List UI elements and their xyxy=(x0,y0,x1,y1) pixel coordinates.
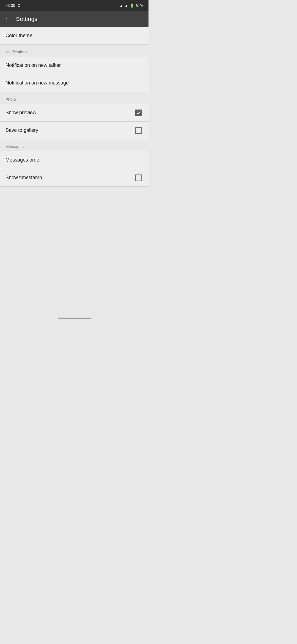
show-timestamp-checkbox-container xyxy=(134,173,143,182)
bottom-bar xyxy=(0,313,148,323)
show-preview-row[interactable]: Show preview xyxy=(0,104,148,122)
save-to-gallery-label: Save to gallery xyxy=(6,127,134,133)
save-to-gallery-row[interactable]: Save to gallery xyxy=(0,122,148,139)
save-to-gallery-checkbox-container xyxy=(134,126,143,135)
show-timestamp-row[interactable]: Show timestamp xyxy=(0,169,148,187)
wifi-icon: ▲ xyxy=(119,4,123,8)
photo-section-header: Photo xyxy=(0,92,148,104)
status-left: 03:00 ⚙ xyxy=(6,3,21,8)
battery-icon: 🔋 xyxy=(130,4,134,8)
status-right: ▲ ▲ 🔋 81% xyxy=(119,4,143,8)
messages-order-label: Messages order xyxy=(6,157,143,163)
notification-new-message-label: Notification on new message xyxy=(6,80,143,86)
show-preview-label: Show preview xyxy=(6,110,134,116)
messages-order-row[interactable]: Messages order xyxy=(0,151,148,169)
settings-status-icon: ⚙ xyxy=(17,3,21,8)
status-bar: 03:00 ⚙ ▲ ▲ 🔋 81% xyxy=(0,0,148,11)
save-to-gallery-checkbox[interactable] xyxy=(135,127,142,134)
notifications-section-header: Notifications xyxy=(0,45,148,57)
notification-new-talker-row[interactable]: Notification on new talker xyxy=(0,57,148,74)
notification-new-talker-label: Notification on new talker xyxy=(6,62,143,68)
time-display: 03:00 xyxy=(6,3,15,8)
messages-section-header: Messages xyxy=(0,139,148,151)
notification-new-message-row[interactable]: Notification on new message xyxy=(0,74,148,92)
empty-space xyxy=(0,187,148,313)
show-timestamp-checkbox[interactable] xyxy=(135,174,142,181)
settings-content: Color theme Notifications Notification o… xyxy=(0,27,148,187)
back-button[interactable]: ← xyxy=(4,15,10,23)
photo-header-text: Photo xyxy=(6,97,16,102)
notifications-header-text: Notifications xyxy=(6,50,28,54)
color-theme-label: Color theme xyxy=(6,33,143,39)
show-timestamp-label: Show timestamp xyxy=(6,175,134,181)
signal-icon: ▲ xyxy=(125,4,128,8)
app-bar: ← Settings xyxy=(0,11,148,27)
back-icon: ← xyxy=(4,15,10,23)
show-preview-checkbox-container xyxy=(134,108,143,117)
color-theme-row[interactable]: Color theme xyxy=(0,27,148,45)
battery-percent: 81% xyxy=(136,4,143,8)
page-title: Settings xyxy=(16,16,37,22)
messages-header-text: Messages xyxy=(6,144,24,149)
show-preview-checkbox[interactable] xyxy=(135,110,142,116)
home-indicator xyxy=(58,318,91,319)
